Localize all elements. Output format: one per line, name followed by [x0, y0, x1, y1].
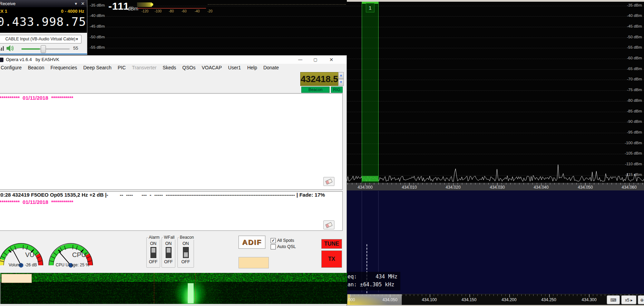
- receive-title: Receive: [0, 0, 16, 7]
- receive-titlebar[interactable]: Receive ▾ ✕: [0, 0, 87, 7]
- meter-tick: -40: [195, 9, 199, 13]
- auto-qsl-checkbox[interactable]: [271, 244, 276, 249]
- alarm-toggle[interactable]: [150, 247, 156, 258]
- audio-device-select[interactable]: CABLE Input (VB-Audio Virtual Cable) ▼: [0, 35, 81, 43]
- off-label: OFF: [162, 259, 175, 264]
- menu-item-voacap[interactable]: VOACAP: [198, 65, 225, 70]
- spin-up-icon[interactable]: ▲: [338, 72, 344, 79]
- menu-item-donate[interactable]: Donate: [260, 65, 282, 70]
- vu-gauge-label: VU: [25, 251, 34, 259]
- menu-item-transverter: Transverter: [129, 65, 159, 70]
- channel-badge[interactable]: 1: [366, 3, 374, 12]
- menu-bar: Configure Beacon Frequencies Deep Search…: [0, 64, 347, 71]
- clear-lower-button[interactable]: [323, 220, 334, 229]
- vu-caption: Volume: -26 dB: [0, 263, 47, 267]
- opera-window: Opera v1.6.4 by EA5HVK — ▢ ✕ Configure B…: [0, 55, 347, 306]
- audio-device-value: CABLE Input (VB-Audio Virtual Cable): [5, 37, 75, 41]
- app-icon: [0, 58, 3, 62]
- nav-tick-label: 434.050: [380, 297, 400, 302]
- volume-value: 55: [73, 46, 78, 51]
- menu-item-skeds[interactable]: Skeds: [159, 65, 179, 70]
- menu-item-deep-search[interactable]: Deep Search: [80, 65, 115, 70]
- zoom-button[interactable]: x5 ▸: [621, 295, 636, 304]
- pan-button[interactable]: ⊕: [638, 295, 644, 304]
- speaker-icon[interactable]: [6, 45, 14, 52]
- freq-tick-label: 434.030: [488, 185, 507, 190]
- spin-down-icon[interactable]: ▼: [338, 79, 344, 86]
- signal-level-bar: [137, 2, 152, 7]
- on-label: ON: [162, 241, 175, 246]
- freq-tick-label: 434.040: [531, 185, 551, 190]
- auto-qsl-label: Auto QSL: [277, 244, 296, 249]
- rx-log-upper[interactable]: *********** 01/11/2018 ***********: [0, 93, 343, 190]
- meter-tick: -80: [169, 9, 174, 13]
- beacon-frequency-field[interactable]: 432418.5: [300, 72, 339, 86]
- frequency-spinner[interactable]: ▲ ▼: [338, 72, 344, 85]
- tune-button[interactable]: TUNE: [321, 239, 342, 249]
- eraser-icon: [325, 222, 333, 228]
- chevron-right-icon: ▸: [631, 298, 633, 303]
- collapse-icon[interactable]: ▾: [73, 0, 79, 7]
- menu-item-user1[interactable]: User1: [225, 65, 244, 70]
- frequency-lcd: RX 1 0 - 4000 Hz 0.433.998.750: [0, 7, 87, 33]
- callsign-input[interactable]: [238, 257, 269, 268]
- minimize-button[interactable]: —: [294, 56, 306, 64]
- freq-tick-label: 434.000: [355, 185, 375, 190]
- db-label: -35 dBm: [90, 3, 105, 7]
- menu-item-beacon[interactable]: Beacon: [25, 65, 47, 70]
- clear-upper-button[interactable]: [323, 177, 334, 186]
- beacon-mode-button[interactable]: Beacon: [301, 87, 330, 93]
- all-spots-checkbox[interactable]: ✓: [271, 238, 276, 243]
- nav-tick-label: 434.100: [420, 297, 439, 302]
- volume-slider-handle[interactable]: [41, 45, 46, 53]
- freq-tick-label: 434.010: [400, 185, 419, 190]
- menu-item-configure[interactable]: Configure: [0, 65, 25, 70]
- tuned-frequency-readout[interactable]: 0.433.998.750: [0, 15, 87, 29]
- menu-item-qsos[interactable]: QSOs: [179, 65, 198, 70]
- eraser-icon: [325, 179, 333, 185]
- levels-icon[interactable]: [0, 46, 4, 51]
- receive-window-bottom-edge: [0, 53, 87, 55]
- freq-tick-label: 434.060: [619, 185, 639, 190]
- frequency-tooltip: eq: 434 MHz an: ±64.305 kHz: [347, 272, 400, 290]
- date-banner: *********** 01/11/2018 ***********: [0, 95, 73, 101]
- close-icon[interactable]: ✕: [80, 0, 86, 7]
- tuned-channel-marker[interactable]: 1: [362, 2, 379, 183]
- maximize-button[interactable]: ▢: [309, 56, 322, 64]
- on-label: ON: [178, 241, 194, 246]
- cpu-gauge-label: CPU: [72, 251, 86, 259]
- tx-button[interactable]: TX: [321, 250, 342, 268]
- freq-tick-label: 434.020: [443, 185, 463, 190]
- opera-bottom-edge: [0, 304, 347, 306]
- signal-level-reading: -111: [108, 0, 129, 12]
- passband-range-label: 0 - 4000 Hz: [61, 9, 84, 14]
- opera-titlebar[interactable]: Opera v1.6.4 by EA5HVK — ▢ ✕: [0, 56, 347, 64]
- waterfall-panel[interactable]: eq: 434 MHz an: ±64.305 kHz 434.000 434.…: [347, 190, 644, 306]
- keyboard-entry-button[interactable]: ⌨: [607, 295, 620, 304]
- menu-item-help[interactable]: Help: [244, 65, 260, 70]
- chevron-down-icon: ▼: [75, 35, 79, 43]
- rig-button[interactable]: RIG: [331, 87, 343, 93]
- rx-channel-label: RX 1: [0, 9, 7, 14]
- receive-window: Receive ▾ ✕ RX 1 0 - 4000 Hz 0.433.998.7…: [0, 0, 87, 55]
- window-top-edge: [347, 0, 644, 2]
- adif-button[interactable]: ADIF: [238, 236, 265, 249]
- opera-waterfall[interactable]: [0, 273, 347, 304]
- close-button[interactable]: ✕: [325, 56, 338, 64]
- meter-scale-line: [137, 8, 206, 9]
- menu-item-pic[interactable]: PIC: [115, 65, 129, 70]
- wfall-toggle[interactable]: [166, 247, 172, 258]
- menu-item-frequencies[interactable]: Frequencies: [47, 65, 80, 70]
- meter-tick: -120: [142, 9, 148, 13]
- beacon-toggle[interactable]: [183, 247, 189, 258]
- alarm-switch-group: Alarm ON OFF: [146, 237, 160, 268]
- noise-floor-trace: [347, 0, 644, 190]
- db-label: -40 dBm: [90, 13, 105, 18]
- db-label: -55 dBm: [90, 45, 105, 49]
- screen: -35 dBm-35 dBm-40 dBm-40 dBm-45 dBm-45 d…: [0, 0, 644, 306]
- rx-log-lower[interactable]: 20:28 432419 F5OEO Op05 1535,2 Hz +2 dB …: [0, 191, 343, 231]
- band-navigator-bar[interactable]: 434.000 434.050 434.100 434.150 434.200 …: [347, 294, 644, 305]
- nav-tick-label: 434.000: [347, 297, 357, 302]
- waterfall-overlay-box: [1, 274, 32, 283]
- volume-slider-fill: [21, 48, 40, 50]
